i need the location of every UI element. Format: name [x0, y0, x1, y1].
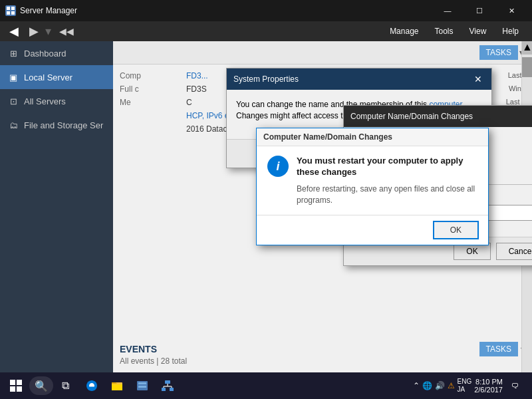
sidebar-all-servers-label: All Servers: [24, 96, 66, 106]
notification-button[interactable]: 🗨: [505, 374, 524, 398]
menu-bar: ◀ ▶ ▾ ◀◀ Manage Tools View Help: [0, 21, 532, 41]
restart-text: You must restart your computer to apply …: [297, 156, 477, 205]
sidebar-dashboard-label: Dashboard: [24, 49, 66, 59]
restart-dialog-title: Computer Name/Domain Changes: [257, 128, 488, 146]
sidebar: ⊞ Dashboard ▣ Local Server ⊡ All Servers…: [0, 41, 113, 399]
tools-menu[interactable]: Tools: [427, 24, 462, 39]
clock-time: 8:10 PM: [474, 378, 503, 386]
restart-dialog-body: i You must restart your computer to appl…: [257, 146, 488, 215]
clock[interactable]: 8:10 PM 2/6/2017: [474, 378, 503, 394]
tray-lang-eng: ENG: [458, 378, 472, 386]
app-icon: [5, 5, 16, 16]
restart-heading: You must restart your computer to apply …: [297, 156, 477, 178]
tray-up-arrow[interactable]: ⌃: [413, 381, 420, 390]
restart-footer: OK: [257, 215, 488, 245]
svg-rect-9: [165, 380, 170, 384]
task-view-button[interactable]: ⧉: [53, 374, 77, 398]
tray-volume-icon[interactable]: 🔊: [435, 381, 445, 390]
taskbar-edge-icon[interactable]: [80, 374, 104, 398]
sidebar-item-local-server[interactable]: ▣ Local Server: [0, 65, 113, 89]
svg-rect-11: [170, 388, 174, 391]
local-server-icon: ▣: [8, 72, 19, 82]
content-area: TASKS ▾ Comp FD3... Last i Full c FD3S W…: [113, 41, 532, 399]
restart-ok-button[interactable]: OK: [433, 221, 479, 239]
svg-rect-10: [162, 388, 166, 391]
system-props-close[interactable]: ✕: [471, 72, 485, 86]
domain-cancel-button[interactable]: Cancel: [496, 243, 532, 260]
svg-rect-0: [7, 7, 10, 10]
start-button[interactable]: [3, 372, 29, 399]
window-controls: — ☐ ✕: [432, 0, 527, 21]
svg-rect-1: [11, 7, 15, 10]
taskbar-server-icon[interactable]: [130, 374, 154, 398]
info-icon: i: [267, 156, 289, 177]
main-content: ⊞ Dashboard ▣ Local Server ⊡ All Servers…: [0, 41, 532, 399]
manage-menu[interactable]: Manage: [382, 24, 426, 39]
help-menu[interactable]: Help: [494, 24, 527, 39]
restart-dialog: Computer Name/Domain Changes i You must …: [256, 128, 489, 245]
app-window: Server Manager — ☐ ✕ ◀ ▶ ▾ ◀◀ Manage Too…: [0, 0, 532, 399]
svg-rect-7: [138, 382, 146, 384]
back-button[interactable]: ◀: [5, 23, 23, 40]
sidebar-local-server-label: Local Server: [24, 72, 72, 82]
domain-changes-title: Computer Name/Domain Changes: [350, 112, 473, 121]
close-button[interactable]: ✕: [496, 0, 527, 21]
nav-dropdown[interactable]: ▾: [45, 24, 51, 39]
sidebar-item-dashboard[interactable]: ⊞ Dashboard: [0, 41, 113, 65]
start-icon: [10, 380, 22, 392]
forward-button[interactable]: ▶: [25, 23, 43, 40]
svg-rect-2: [7, 11, 10, 15]
sidebar-storage-label: File and Storage Ser: [24, 120, 103, 130]
restart-body: Before restarting, save any open files a…: [297, 184, 477, 206]
title-bar: Server Manager — ☐ ✕: [0, 0, 532, 21]
domain-changes-titlebar: Computer Name/Domain Changes ✕: [344, 106, 532, 127]
tray-lang[interactable]: ENG JA: [458, 378, 472, 394]
storage-icon: 🗂: [8, 120, 19, 130]
taskbar-search-button[interactable]: 🔍: [29, 376, 53, 395]
tray-lang-ja: JA: [458, 386, 472, 394]
taskbar-explorer-icon[interactable]: [105, 374, 129, 398]
taskbar-apps: [80, 374, 180, 398]
taskbar: 🔍 ⧉ ⌃ 🌐 🔊 ⚠ ENG: [0, 372, 532, 399]
system-tray: ⌃ 🌐 🔊 ⚠ ENG JA 8:10 PM 2/6/2017 🗨: [408, 374, 530, 398]
taskbar-network-icon[interactable]: [156, 374, 180, 398]
svg-rect-8: [138, 386, 146, 388]
tray-icons: ⌃ 🌐 🔊 ⚠: [413, 381, 455, 390]
sidebar-item-storage[interactable]: 🗂 File and Storage Ser: [0, 113, 113, 137]
clock-date: 2/6/2017: [474, 386, 503, 394]
minimize-button[interactable]: —: [432, 0, 463, 21]
menu-items: Manage Tools View Help: [382, 24, 527, 39]
system-props-titlebar: System Properties ✕: [227, 68, 491, 90]
dialog-overlay: System Properties ✕ You can change the n…: [113, 41, 532, 372]
system-props-title: System Properties: [233, 74, 299, 84]
tray-warning-icon: ⚠: [448, 381, 455, 390]
view-menu[interactable]: View: [462, 24, 495, 39]
maximize-button[interactable]: ☐: [464, 0, 495, 21]
sidebar-item-all-servers[interactable]: ⊡ All Servers: [0, 89, 113, 113]
title-text: Server Manager: [20, 6, 432, 15]
all-servers-icon: ⊡: [8, 96, 19, 106]
dashboard-icon: ⊞: [8, 48, 19, 59]
tray-network-icon[interactable]: 🌐: [422, 381, 432, 390]
svg-rect-3: [11, 11, 15, 15]
nav-separator: ◀◀: [59, 26, 74, 37]
